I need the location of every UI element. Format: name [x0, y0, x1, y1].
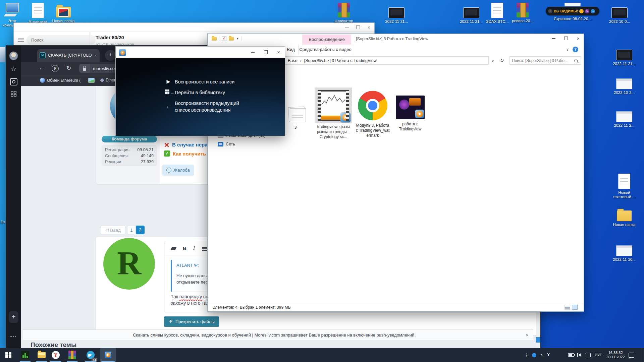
menu-icon[interactable]	[18, 37, 24, 43]
bookmark-image-icon[interactable]	[88, 78, 95, 83]
sidebar-more-icon[interactable]	[10, 336, 16, 337]
maximize-icon[interactable]	[564, 37, 568, 40]
desktop-icon-screenshot-3[interactable]: 2022-10-0...	[605, 7, 634, 24]
taskbar-winrar[interactable]	[64, 348, 80, 362]
battery-icon[interactable]	[568, 353, 574, 357]
video-tools-tab[interactable]: Средства работы с видео	[299, 45, 352, 55]
bookmark-exchange[interactable]: Обмен Ethereum (	[40, 78, 80, 83]
channel-title[interactable]: Trader 80/20	[96, 35, 124, 40]
back-icon[interactable]: ←	[39, 65, 45, 71]
desktop-icon-revios[interactable]: ревиос-20...	[508, 3, 537, 23]
thumbnail-view-icon[interactable]	[572, 305, 578, 310]
yandex-tray-icon[interactable]: Y	[547, 353, 550, 357]
remove-format-icon[interactable]	[171, 247, 177, 250]
desktop-icon-new-folder-image[interactable]: Новая папка	[49, 4, 78, 23]
new-tab-button[interactable]: +	[105, 50, 116, 61]
desktop-icon-right-4[interactable]: Новый текстовый ...	[610, 174, 639, 199]
close-icon[interactable]: ×	[277, 50, 280, 55]
refresh-icon[interactable]: ↻	[500, 58, 504, 63]
bold-icon[interactable]: B	[183, 245, 186, 251]
refresh-icon[interactable]: ↻	[66, 65, 71, 72]
maximize-icon[interactable]	[264, 50, 268, 54]
telegram-search-input[interactable]	[26, 35, 96, 45]
language-indicator[interactable]: РУС	[595, 353, 602, 357]
sidebar-add-button[interactable]: +	[9, 311, 18, 323]
pagination-back-button[interactable]: ‹ Назад	[101, 226, 125, 234]
action-center-icon[interactable]	[629, 353, 634, 358]
taskbar-yandex[interactable]: Y	[48, 348, 63, 362]
menu-go-to-library[interactable]: ← Перейти в библиотеку	[165, 89, 252, 96]
minimize-icon[interactable]	[251, 52, 255, 53]
start-button[interactable]	[1, 348, 16, 362]
address-bar[interactable]: Base › [SuperSliv.biz] 3 Работа с Tradin…	[251, 56, 489, 65]
desktop-icon-atlantika[interactable]: Атлантика	[23, 3, 52, 24]
menu-play-previous-list[interactable]: ← Воспроизвести предыдущий список воспро…	[165, 100, 252, 113]
desktop-icon-screenshot-2[interactable]: 2022-11-21...	[457, 7, 486, 24]
pagination-page-2-active[interactable]: 2	[136, 226, 145, 234]
details-view-icon[interactable]	[565, 305, 570, 310]
taskbar-wmp-active[interactable]	[100, 348, 116, 362]
chevron-down-icon[interactable]: ▼	[236, 37, 239, 40]
folder-icon[interactable]	[229, 37, 234, 41]
breadcrumb-folder[interactable]: [SuperSliv.biz] 3 Работа с TradingView	[304, 58, 377, 63]
taskbar-telegram[interactable]: 14	[83, 348, 98, 362]
volume-icon[interactable]	[578, 353, 581, 357]
show-hidden-icons-chevron[interactable]: ∧	[540, 353, 543, 357]
close-icon[interactable]: ×	[577, 36, 580, 41]
clock[interactable]: 16:33:32 30.11.2022	[606, 351, 625, 359]
browser-tab[interactable]: M СКАЧАТЬ [CRYPTOLOG ×	[37, 49, 100, 62]
desktop-icon-right-6[interactable]: 2022-11-30...	[610, 245, 639, 262]
breadcrumb-root[interactable]: Base	[288, 58, 298, 63]
ribbon-collapse-icon[interactable]: ∨	[566, 47, 569, 52]
desktop-icon-right-1[interactable]: 2022-11-21...	[610, 50, 639, 66]
desktop-icon-indikator[interactable]: индикатор	[329, 3, 358, 23]
menu-play-all[interactable]: ▶ Воспроизвести все записи	[165, 78, 252, 85]
taskbar-explorer[interactable]	[34, 348, 49, 362]
lock-icon[interactable]	[79, 64, 90, 73]
file-item-video-2[interactable]: работа с Traidingview	[394, 96, 426, 132]
stat-label: Сообщения:	[105, 153, 129, 159]
address-dropdown-icon[interactable]: ∨	[491, 59, 494, 63]
checkbox-icon[interactable]: ✓	[222, 36, 226, 41]
view-tab[interactable]: Вид	[283, 45, 299, 55]
minimize-icon[interactable]	[552, 38, 555, 39]
folder-icon[interactable]	[212, 37, 217, 41]
nav-item-network[interactable]: Сеть	[218, 142, 235, 146]
tray-app-icon[interactable]	[532, 353, 536, 357]
notification-close-icon[interactable]: ×	[526, 332, 529, 338]
desktop-icon-right-3[interactable]: 2022-11-2...	[610, 111, 639, 128]
show-desktop-button[interactable]	[642, 348, 644, 362]
screenshot-thumbnail-icon	[388, 7, 405, 18]
help-icon[interactable]: ?	[573, 47, 578, 52]
desktop-icon-right-2[interactable]: 2022-10-2...	[610, 78, 639, 95]
tab-close-icon[interactable]: ×	[94, 53, 97, 58]
italic-icon[interactable]: I	[193, 245, 195, 251]
report-button[interactable]: ! Жалоба	[162, 165, 194, 176]
yandex-icon[interactable]: Я	[52, 65, 59, 72]
search-box[interactable]	[509, 56, 581, 65]
desktop-icon-skrinshot-banner[interactable]: Вы ВИДИМЫ! % → Скриншот 08-02-20...	[546, 3, 599, 21]
keyboard-icon[interactable]	[585, 353, 591, 357]
desktop-icon-right-5[interactable]: Новая папка	[610, 208, 639, 227]
minimize-icon[interactable]	[345, 27, 349, 27]
explorer-search-input[interactable]	[510, 58, 574, 63]
bookmarks-star-icon[interactable]: ☆	[6, 65, 21, 73]
file-item-chrome[interactable]: Модуль 3. Работа с TradingView_wat ermar…	[355, 91, 391, 138]
maximize-icon[interactable]	[356, 25, 360, 29]
desktop-icon-screenshot-1[interactable]: 2022-11-21...	[382, 7, 411, 24]
file-item-video-selected[interactable]: tradingview, фазы рынка и тренды _ Crypt…	[315, 90, 352, 139]
align-icon[interactable]	[202, 246, 207, 251]
desktop-icon-gdax[interactable]: GDAX.BTC...	[483, 3, 512, 24]
screenshot-tool-icon[interactable]	[6, 78, 21, 85]
play-contextual-tab[interactable]: Воспроизведение	[302, 35, 351, 45]
search-icon[interactable]	[574, 59, 578, 62]
profile-avatar[interactable]	[6, 51, 21, 60]
close-icon[interactable]: ×	[367, 25, 370, 30]
reply-avatar[interactable]: R	[103, 238, 155, 290]
apps-grid-icon[interactable]	[6, 91, 21, 97]
bluetooth-icon[interactable]: ᛒ	[525, 353, 528, 358]
taskbar-trading-app[interactable]	[17, 348, 33, 362]
pagination-page-1[interactable]: 1	[127, 226, 136, 234]
scroll-indicator[interactable]	[536, 337, 540, 343]
attach-files-button[interactable]: Прикрепить файлы	[164, 316, 219, 327]
